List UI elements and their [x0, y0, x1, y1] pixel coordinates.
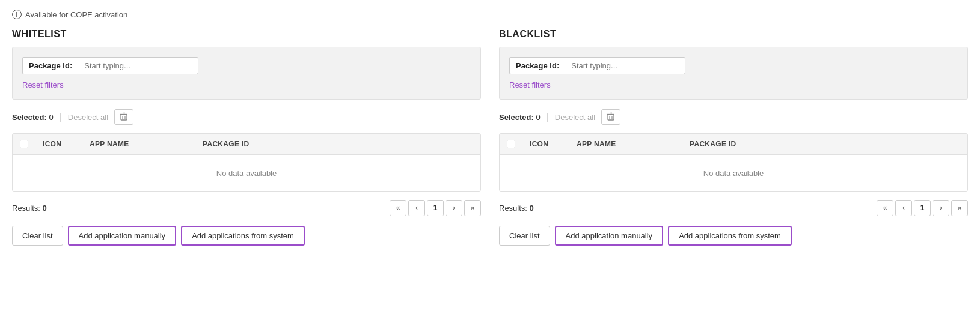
trash-icon — [120, 112, 128, 121]
blacklist-page-current[interactable]: 1 — [914, 200, 931, 216]
whitelist-clear-list-button[interactable]: Clear list — [12, 226, 63, 246]
whitelist-page-current[interactable]: 1 — [427, 200, 444, 216]
blacklist-add-system-button[interactable]: Add applications from system — [668, 226, 792, 246]
blacklist-table-header: ICON APP NAME PACKAGE ID — [500, 134, 967, 155]
whitelist-action-buttons: Clear list Add application manually Add … — [12, 226, 481, 246]
whitelist-table: ICON APP NAME PACKAGE ID No data availab… — [12, 133, 481, 192]
blacklist-select-all-checkbox[interactable] — [507, 140, 515, 148]
info-icon: i — [12, 10, 22, 19]
blacklist-panel: BLACKLIST Package Id: Reset filters Sele… — [499, 29, 968, 246]
lists-container: WHITELIST Package Id: Reset filters Sele… — [12, 29, 968, 246]
whitelist-title: WHITELIST — [12, 29, 481, 40]
whitelist-divider: | — [60, 112, 62, 122]
whitelist-package-label: Package Id: — [22, 57, 78, 74]
svg-rect-0 — [121, 115, 127, 120]
whitelist-col-icon: ICON — [43, 140, 85, 148]
blacklist-selected-label: Selected: 0 — [499, 113, 541, 122]
blacklist-reset-filters[interactable]: Reset filters — [509, 80, 551, 89]
whitelist-select-all-checkbox[interactable] — [20, 140, 28, 148]
blacklist-delete-button[interactable] — [601, 109, 620, 125]
blacklist-page-prev[interactable]: ‹ — [895, 200, 912, 216]
blacklist-action-buttons: Clear list Add application manually Add … — [499, 226, 968, 246]
whitelist-page-next[interactable]: › — [446, 200, 462, 216]
whitelist-table-body: No data available — [13, 155, 480, 191]
whitelist-selection-bar: Selected: 0 | Deselect all — [12, 107, 481, 127]
whitelist-filter-row: Package Id: — [22, 57, 471, 74]
blacklist-page-first[interactable]: « — [877, 200, 893, 216]
blacklist-package-label: Package Id: — [509, 57, 565, 74]
blacklist-page-next[interactable]: › — [933, 200, 949, 216]
whitelist-reset-filters[interactable]: Reset filters — [22, 80, 64, 89]
whitelist-add-manual-button[interactable]: Add application manually — [68, 226, 177, 246]
blacklist-clear-list-button[interactable]: Clear list — [499, 226, 550, 246]
blacklist-col-icon: ICON — [530, 140, 572, 148]
svg-rect-5 — [608, 115, 614, 120]
blacklist-page-last[interactable]: » — [951, 200, 968, 216]
blacklist-col-appname: APP NAME — [577, 140, 685, 148]
blacklist-table: ICON APP NAME PACKAGE ID No data availab… — [499, 133, 968, 192]
whitelist-results-label: Results: 0 — [12, 204, 47, 213]
whitelist-table-header: ICON APP NAME PACKAGE ID — [13, 134, 480, 155]
whitelist-pagination-bar: Results: 0 « ‹ 1 › » — [12, 198, 481, 219]
blacklist-add-manual-button[interactable]: Add application manually — [555, 226, 664, 246]
whitelist-col-appname: APP NAME — [90, 140, 198, 148]
blacklist-package-input[interactable] — [565, 57, 685, 74]
blacklist-pagination-bar: Results: 0 « ‹ 1 › » — [499, 198, 968, 219]
whitelist-deselect-all[interactable]: Deselect all — [68, 113, 108, 122]
blacklist-deselect-all[interactable]: Deselect all — [555, 113, 595, 122]
whitelist-page-last[interactable]: » — [464, 200, 481, 216]
blacklist-divider: | — [547, 112, 549, 122]
whitelist-filter-box: Package Id: Reset filters — [12, 47, 481, 100]
blacklist-title: BLACKLIST — [499, 29, 968, 40]
whitelist-add-system-button[interactable]: Add applications from system — [181, 226, 305, 246]
blacklist-filter-row: Package Id: — [509, 57, 958, 74]
whitelist-selected-label: Selected: 0 — [12, 113, 54, 122]
cope-notice: i Available for COPE activation — [12, 10, 968, 19]
whitelist-page-first[interactable]: « — [390, 200, 406, 216]
whitelist-pagination: « ‹ 1 › » — [390, 200, 481, 216]
blacklist-no-data: No data available — [703, 169, 764, 178]
blacklist-col-packageid: PACKAGE ID — [690, 140, 960, 148]
whitelist-no-data: No data available — [216, 169, 277, 178]
whitelist-delete-button[interactable] — [114, 109, 133, 125]
trash-icon — [607, 112, 615, 121]
blacklist-pagination: « ‹ 1 › » — [877, 200, 968, 216]
whitelist-page-prev[interactable]: ‹ — [408, 200, 425, 216]
cope-notice-text: Available for COPE activation — [25, 10, 127, 19]
blacklist-table-body: No data available — [500, 155, 967, 191]
whitelist-panel: WHITELIST Package Id: Reset filters Sele… — [12, 29, 481, 246]
blacklist-results-label: Results: 0 — [499, 204, 534, 213]
blacklist-selection-bar: Selected: 0 | Deselect all — [499, 107, 968, 127]
whitelist-col-packageid: PACKAGE ID — [203, 140, 473, 148]
whitelist-package-input[interactable] — [78, 57, 198, 74]
blacklist-filter-box: Package Id: Reset filters — [499, 47, 968, 100]
